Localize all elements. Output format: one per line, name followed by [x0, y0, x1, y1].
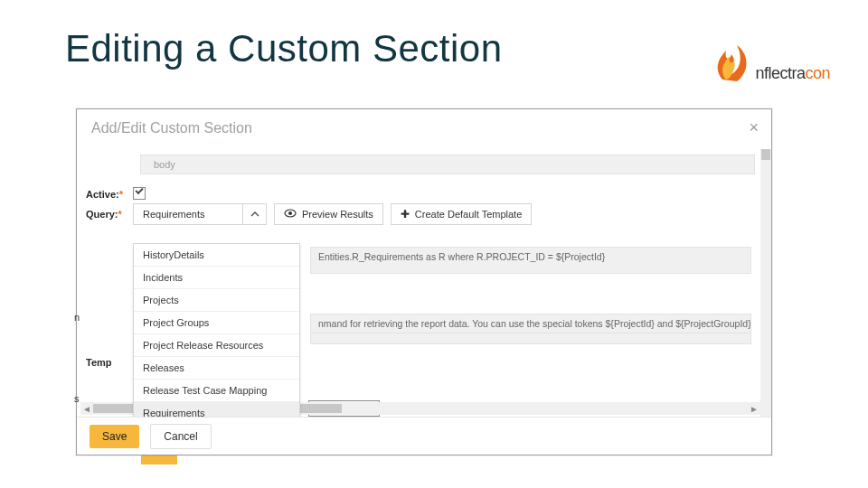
query-entity-dropdown[interactable]: Requirements	[133, 203, 267, 225]
dropdown-option[interactable]: Releases	[134, 357, 299, 380]
modal-body: body Active:* Query:* Requirements	[77, 149, 760, 417]
save-button[interactable]: Save	[90, 425, 139, 448]
logo-text-pre: nflectra	[755, 64, 805, 82]
query-help-continuation	[310, 333, 751, 344]
active-checkbox[interactable]	[133, 187, 146, 200]
modal-footer: Save Cancel	[77, 417, 771, 455]
template-label: Temp	[86, 357, 112, 368]
rich-editor-toolbar[interactable]: body	[140, 155, 755, 174]
query-label: Query:*	[86, 203, 133, 220]
brand-logo: nflectracon	[706, 34, 830, 83]
required-star: *	[118, 209, 121, 220]
preview-results-button[interactable]: Preview Results	[274, 203, 383, 225]
scroll-right-arrow[interactable]: ►	[748, 402, 760, 415]
logo-text-post: con	[805, 64, 830, 82]
eye-icon	[284, 208, 297, 221]
editor-body-label: body	[154, 159, 175, 170]
scrollbar-thumb[interactable]	[761, 149, 770, 160]
active-row: Active:*	[86, 183, 760, 200]
query-label-text: Query:	[86, 209, 118, 220]
clipped-text: s	[74, 393, 80, 404]
active-label-text: Active:	[86, 189, 119, 200]
close-icon[interactable]: ×	[749, 118, 759, 137]
query-help-text: nmand for retrieving the report data. Yo…	[310, 314, 751, 333]
flame-icon	[706, 34, 751, 83]
vertical-scrollbar[interactable]	[760, 149, 771, 417]
dropdown-option[interactable]: Incidents	[134, 267, 299, 289]
modal-dialog: Add/Edit Custom Section × body Active:* …	[76, 108, 772, 455]
dropdown-option[interactable]: Project Groups	[134, 312, 299, 334]
required-star: *	[119, 189, 123, 200]
dropdown-option[interactable]: Projects	[134, 289, 299, 312]
query-entity-dropdown-list[interactable]: HistoryDetailsIncidentsProjectsProject G…	[133, 243, 300, 417]
chevron-up-icon[interactable]	[242, 204, 266, 224]
svg-point-1	[288, 211, 292, 215]
scroll-left-arrow[interactable]: ◄	[80, 402, 93, 415]
plus-icon: ✚	[401, 208, 410, 221]
query-row: Query:* Requirements Preview Results	[86, 203, 760, 225]
create-default-template-button[interactable]: ✚ Create Default Template	[391, 203, 532, 225]
modal-title: Add/Edit Custom Section	[77, 109, 771, 145]
query-entity-selected: Requirements	[134, 209, 242, 220]
dropdown-option[interactable]: Requirements	[134, 402, 299, 417]
preview-results-label: Preview Results	[302, 209, 373, 220]
clipped-text: n	[74, 312, 80, 323]
cancel-button[interactable]: Cancel	[150, 424, 211, 449]
create-default-template-label: Create Default Template	[415, 209, 522, 220]
active-label: Active:*	[86, 183, 133, 200]
dropdown-option[interactable]: Release Test Case Mapping	[134, 380, 299, 402]
dropdown-option[interactable]: Project Release Resources	[134, 334, 299, 357]
query-text-snippet: Entities.R_Requirements as R where R.PRO…	[310, 247, 751, 274]
dropdown-option[interactable]: HistoryDetails	[134, 244, 299, 267]
